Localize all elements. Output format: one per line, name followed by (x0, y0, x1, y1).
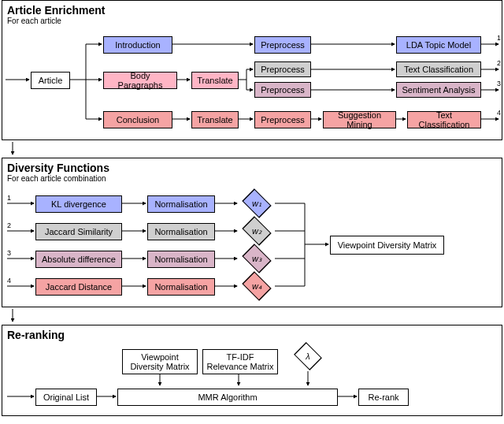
lambda: λ (292, 343, 324, 370)
panel3-title: Re-ranking (2, 325, 502, 341)
node-lda: LDA Topic Model (396, 36, 481, 54)
node-sentiment: Sentiment Analysis (396, 82, 481, 98)
down-arrow-2 (5, 309, 24, 325)
in-label-4: 4 (7, 277, 11, 285)
node-jaccard-distance: Jaccard Distance (35, 278, 122, 296)
node-rerank: Re-rank (358, 389, 409, 406)
node-translate-conclusion: Translate (191, 111, 239, 128)
node-body-paragraphs: Body Paragraphs (103, 72, 177, 89)
out-label-1: 1 (497, 34, 501, 42)
panel-article-enrichment: Article Enrichment For each article (2, 0, 502, 140)
node-preprocess-2: Preprocess (254, 61, 311, 77)
out-label-3: 3 (497, 80, 501, 87)
panel1-subtitle: For each article (2, 17, 502, 28)
node-translate-body: Translate (191, 72, 239, 89)
node-suggestion-mining: Suggestion Mining (323, 111, 396, 128)
panel-diversity-functions: Diversity Functions For each article com… (2, 158, 502, 307)
panel1-title: Article Enrichment (2, 1, 502, 17)
node-vdm-input: Viewpoint Diversity Matrix (122, 349, 198, 374)
node-norm-4: Normalisation (147, 278, 215, 296)
weight-w4: w₄ (239, 273, 275, 299)
node-text-classification-1: Text Classification (396, 61, 481, 77)
in-label-3: 3 (7, 249, 11, 257)
weight-w3: w₃ (239, 245, 275, 272)
node-mmr-algorithm: MMR Algorithm (117, 389, 338, 406)
node-preprocess-3: Preprocess (254, 82, 311, 98)
node-article: Article (31, 72, 70, 89)
node-norm-1: Normalisation (147, 195, 215, 213)
node-introduction: Introduction (103, 36, 172, 54)
node-preprocess-4: Preprocess (254, 111, 311, 128)
down-arrow-1 (5, 142, 24, 158)
out-label-2: 2 (497, 59, 501, 67)
node-kl-divergence: KL divergence (35, 195, 122, 213)
node-norm-2: Normalisation (147, 223, 215, 240)
weight-w1: w₁ (239, 190, 275, 217)
node-text-classification-2: Text Classification (407, 111, 481, 128)
node-tfidf-input: TF-IDF Relevance Matrix (202, 349, 278, 374)
node-original-list: Original List (35, 389, 97, 406)
node-viewpoint-diversity-matrix: Viewpoint Diversity Matrix (330, 236, 444, 255)
node-norm-3: Normalisation (147, 251, 215, 268)
out-label-4: 4 (497, 109, 501, 117)
in-label-2: 2 (7, 221, 11, 229)
weight-w2: w₂ (239, 218, 275, 244)
in-label-1: 1 (7, 194, 11, 202)
panel2-title: Diversity Functions (2, 158, 502, 174)
node-jaccard-similarity: Jaccard Similarity (35, 223, 122, 240)
panel-re-ranking: Re-ranking Original List Viewpoint Diver… (2, 325, 502, 416)
node-absolute-difference: Absolute difference (35, 251, 122, 268)
node-conclusion: Conclusion (103, 111, 172, 128)
panel2-subtitle: For each article combination (2, 174, 502, 186)
node-preprocess-1: Preprocess (254, 36, 311, 54)
